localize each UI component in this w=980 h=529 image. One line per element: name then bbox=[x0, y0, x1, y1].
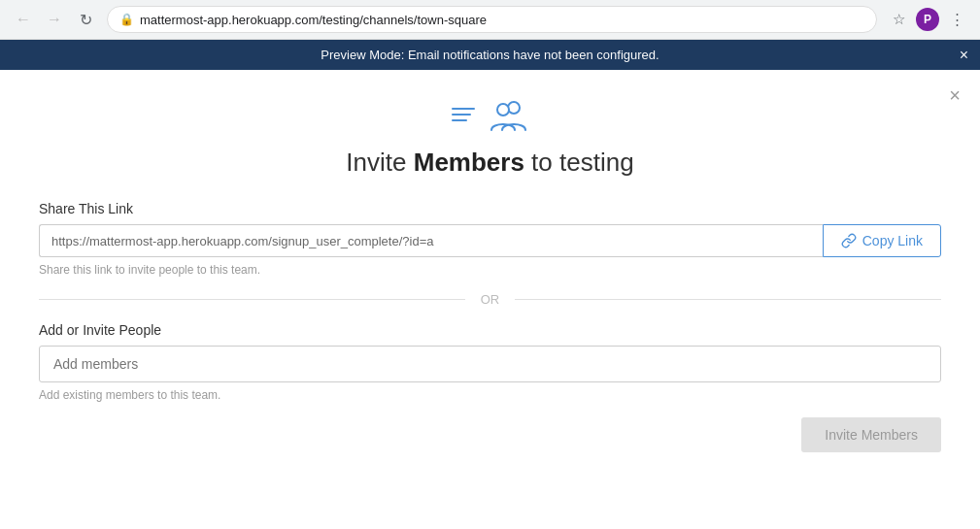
share-link-label: Share This Link bbox=[39, 201, 941, 216]
title-bold: Members bbox=[414, 148, 524, 177]
lock-icon: 🔒 bbox=[119, 13, 134, 26]
reload-button[interactable]: ↻ bbox=[72, 6, 99, 33]
browser-toolbar: ← → ↻ 🔒 mattermost-app.herokuapp.com/tes… bbox=[0, 0, 980, 39]
modal-content: × Invite Members to testing Share This L… bbox=[0, 70, 980, 525]
or-label: OR bbox=[481, 292, 500, 307]
modal-icon-group bbox=[39, 97, 941, 132]
address-bar[interactable]: 🔒 mattermost-app.herokuapp.com/testing/c… bbox=[107, 6, 877, 33]
banner-close-button[interactable]: × bbox=[960, 48, 968, 63]
modal-title: Invite Members to testing bbox=[39, 148, 941, 178]
add-people-section: Add or Invite People Add existing member… bbox=[39, 322, 941, 402]
nav-buttons: ← → ↻ bbox=[10, 6, 99, 33]
invite-button-row: Invite Members bbox=[39, 417, 941, 452]
title-prefix: Invite bbox=[346, 148, 413, 177]
banner-text: Preview Mode: Email notifications have n… bbox=[321, 48, 659, 62]
lines-icon bbox=[452, 108, 475, 121]
url-text: mattermost-app.herokuapp.com/testing/cha… bbox=[140, 13, 864, 27]
copy-link-label: Copy Link bbox=[862, 233, 923, 248]
preview-banner: Preview Mode: Email notifications have n… bbox=[0, 40, 980, 70]
back-button[interactable]: ← bbox=[10, 6, 37, 33]
modal-close-button[interactable]: × bbox=[949, 85, 961, 105]
browser-right-icons: ☆ P ⋮ bbox=[885, 6, 970, 33]
browser-chrome: ← → ↻ 🔒 mattermost-app.herokuapp.com/tes… bbox=[0, 0, 980, 40]
or-divider: OR bbox=[39, 292, 941, 307]
forward-button[interactable]: → bbox=[41, 6, 68, 33]
people-icon bbox=[487, 97, 529, 132]
svg-point-1 bbox=[497, 104, 509, 116]
share-link-section: Share This Link Copy Link Share this lin… bbox=[39, 201, 941, 277]
share-hint: Share this link to invite people to this… bbox=[39, 263, 941, 277]
link-icon bbox=[841, 233, 857, 248]
more-options-button[interactable]: ⋮ bbox=[943, 6, 970, 33]
link-input[interactable] bbox=[39, 224, 823, 257]
add-members-input[interactable] bbox=[39, 346, 941, 382]
profile-avatar[interactable]: P bbox=[916, 8, 939, 31]
add-hint: Add existing members to this team. bbox=[39, 388, 941, 402]
share-link-row: Copy Link bbox=[39, 224, 941, 257]
add-section-label: Add or Invite People bbox=[39, 322, 941, 338]
copy-link-button[interactable]: Copy Link bbox=[823, 224, 941, 257]
bookmark-button[interactable]: ☆ bbox=[885, 6, 912, 33]
invite-members-button[interactable]: Invite Members bbox=[801, 417, 941, 452]
svg-point-0 bbox=[508, 102, 520, 114]
title-suffix: to testing bbox=[524, 148, 634, 177]
